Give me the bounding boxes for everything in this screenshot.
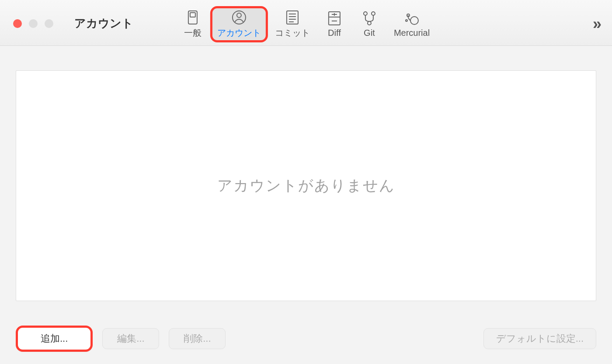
svg-point-17 bbox=[410, 17, 418, 24]
tab-mercurial-label: Mercurial bbox=[394, 28, 430, 38]
tab-diff[interactable]: Diff bbox=[317, 6, 352, 42]
set-default-button: デフォルトに設定... bbox=[483, 328, 596, 349]
svg-point-19 bbox=[406, 20, 407, 21]
add-button[interactable]: 追加... bbox=[16, 326, 93, 352]
svg-rect-1 bbox=[190, 13, 195, 17]
git-icon bbox=[362, 10, 377, 26]
general-icon bbox=[185, 10, 201, 25]
svg-point-3 bbox=[237, 13, 241, 17]
edit-button: 編集... bbox=[102, 328, 159, 349]
tab-diff-label: Diff bbox=[328, 28, 341, 38]
svg-point-16 bbox=[368, 21, 371, 25]
svg-point-14 bbox=[364, 12, 367, 15]
overflow-icon[interactable]: » bbox=[593, 15, 602, 33]
tab-mercurial[interactable]: Mercurial bbox=[387, 6, 437, 42]
maximize-window-button[interactable] bbox=[45, 19, 53, 28]
traffic-lights bbox=[13, 19, 53, 28]
tab-commit-label: コミット bbox=[275, 27, 310, 39]
account-list: アカウントがありません bbox=[16, 70, 596, 301]
preferences-window: アカウント 一般 アカ bbox=[0, 0, 612, 364]
close-window-button[interactable] bbox=[13, 19, 22, 28]
tab-commit[interactable]: コミット bbox=[268, 6, 317, 42]
empty-accounts-message: アカウントがありません bbox=[217, 176, 395, 196]
content-area: アカウントがありません bbox=[0, 46, 612, 313]
tab-git-label: Git bbox=[364, 28, 375, 38]
titlebar: アカウント 一般 アカ bbox=[0, 0, 612, 46]
svg-point-15 bbox=[372, 12, 375, 15]
tab-git[interactable]: Git bbox=[352, 6, 387, 42]
mercurial-icon bbox=[404, 10, 420, 26]
delete-button: 削除... bbox=[169, 328, 226, 349]
account-icon bbox=[231, 10, 247, 25]
tab-accounts[interactable]: アカウント bbox=[210, 6, 268, 42]
window-title: アカウント bbox=[74, 16, 133, 31]
toolbar-tabs: 一般 アカウント bbox=[175, 6, 437, 42]
tab-accounts-label: アカウント bbox=[217, 27, 261, 39]
bottom-bar: 追加... 編集... 削除... デフォルトに設定... bbox=[0, 313, 612, 364]
diff-icon bbox=[327, 10, 342, 26]
commit-icon bbox=[285, 10, 300, 25]
tab-general-label: 一般 bbox=[184, 27, 202, 39]
tab-general[interactable]: 一般 bbox=[175, 6, 210, 42]
minimize-window-button[interactable] bbox=[29, 19, 38, 28]
